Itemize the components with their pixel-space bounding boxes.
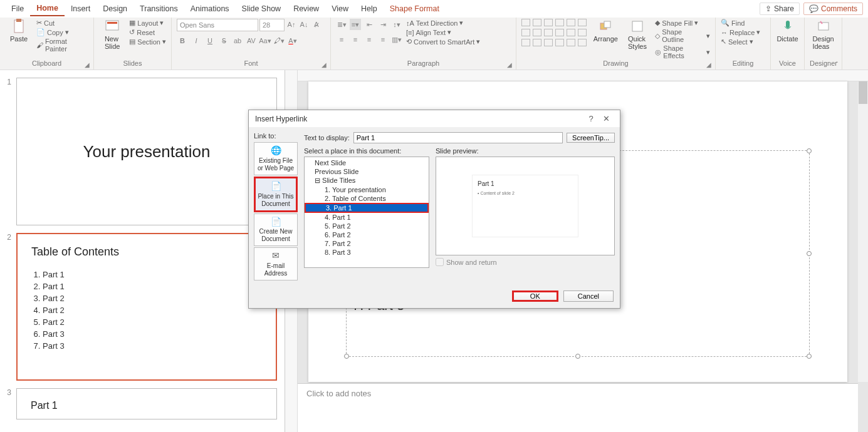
- bold-button[interactable]: B: [177, 35, 188, 46]
- slide-thumbnail-2[interactable]: Table of Contents Part 1 Part 1 Part 2 P…: [16, 233, 277, 381]
- linkto-email[interactable]: ✉E-mail Address: [254, 247, 298, 280]
- quick-styles-button[interactable]: Quick Styles: [624, 19, 652, 50]
- case-button[interactable]: Aa▾: [259, 35, 271, 46]
- slide-thumbnail-3[interactable]: Part 1: [16, 388, 277, 419]
- increase-font-button[interactable]: A↑: [286, 19, 297, 30]
- align-text-button[interactable]: [≡]Align Text ▾: [406, 28, 480, 36]
- align-center-button[interactable]: ≡: [350, 34, 361, 45]
- dialog-launcher-icon[interactable]: ◢: [322, 61, 327, 68]
- tab-view[interactable]: View: [325, 2, 355, 16]
- tab-slideshow[interactable]: Slide Show: [236, 2, 288, 16]
- tab-review[interactable]: Review: [287, 2, 325, 16]
- arrange-button[interactable]: Arrange: [592, 19, 620, 43]
- tree-slide-7[interactable]: 7. Part 2: [305, 239, 429, 248]
- section-button[interactable]: ▤Section ▾: [129, 38, 166, 46]
- tree-slide-4[interactable]: 4. Part 1: [305, 213, 429, 222]
- linkto-existing-file[interactable]: 🌐Existing File or Web Page: [254, 142, 298, 175]
- design-ideas-button[interactable]: Design Ideas: [810, 19, 837, 50]
- tab-shapeformat[interactable]: Shape Format: [384, 2, 446, 16]
- format-painter-button[interactable]: 🖌Format Painter: [36, 38, 88, 53]
- comments-button[interactable]: 💬Comments: [803, 3, 863, 15]
- font-color-button[interactable]: A▾: [287, 35, 298, 46]
- paste-button[interactable]: Paste: [5, 19, 33, 43]
- font-name-input[interactable]: [177, 19, 258, 31]
- bullets-button[interactable]: ≣▾: [336, 19, 347, 30]
- slide-2-title: Table of Contents: [31, 245, 262, 259]
- line-spacing-button[interactable]: ↕▾: [391, 19, 402, 30]
- screentip-button[interactable]: ScreenTip...: [567, 133, 615, 143]
- scrollbar-vertical[interactable]: [858, 81, 868, 382]
- clear-format-button[interactable]: A̷: [311, 19, 322, 30]
- tree-slide-titles[interactable]: ⊟ Slide Titles: [305, 176, 429, 185]
- columns-button[interactable]: ▥▾: [391, 34, 402, 45]
- tree-slide-6[interactable]: 6. Part 2: [305, 230, 429, 239]
- svg-rect-1: [16, 19, 21, 22]
- font-size-input[interactable]: [259, 19, 285, 31]
- place-tree[interactable]: Next Slide Previous Slide ⊟ Slide Titles…: [304, 157, 429, 268]
- tree-slide-2[interactable]: 2. Table of Contents: [305, 194, 429, 203]
- ok-button[interactable]: OK: [512, 291, 558, 302]
- tab-home[interactable]: Home: [30, 1, 65, 16]
- collapse-ribbon-icon[interactable]: ˆ: [836, 61, 838, 68]
- highlight-button[interactable]: 🖍▾: [273, 35, 285, 46]
- italic-button[interactable]: I: [191, 35, 202, 46]
- strike-button[interactable]: S̶: [218, 35, 229, 46]
- shape-effects-button[interactable]: ◎Shape Effects ▾: [655, 44, 710, 59]
- share-button[interactable]: ⇪Share: [760, 3, 800, 15]
- copy-icon: 📄: [36, 28, 45, 36]
- tab-animations[interactable]: Animations: [184, 2, 236, 16]
- replace-button[interactable]: ↔Replace ▾: [721, 28, 760, 36]
- text-direction-button[interactable]: ↕AText Direction ▾: [406, 19, 480, 27]
- dictate-button[interactable]: Dictate: [776, 19, 799, 43]
- dialog-launcher-icon[interactable]: ◢: [706, 61, 711, 68]
- preview-content: • Content of slide 2: [478, 191, 573, 195]
- tab-design[interactable]: Design: [97, 2, 133, 16]
- tab-help[interactable]: Help: [355, 2, 384, 16]
- select-button[interactable]: ↖Select ▾: [721, 38, 760, 46]
- find-button[interactable]: 🔍Find: [721, 19, 760, 27]
- help-icon[interactable]: ?: [583, 114, 599, 123]
- notes-pane[interactable]: Click to add notes: [298, 383, 858, 432]
- dialog-title: Insert Hyperlink: [255, 115, 583, 123]
- tab-transitions[interactable]: Transitions: [133, 2, 184, 16]
- dialog-launcher-icon[interactable]: ◢: [85, 61, 90, 68]
- tree-slide-8[interactable]: 8. Part 3: [305, 248, 429, 257]
- thumb-number: 1: [1, 78, 14, 225]
- text-to-display-input[interactable]: [353, 132, 563, 143]
- shape-fill-button[interactable]: ◆Shape Fill ▾: [655, 19, 710, 27]
- tree-prev-slide[interactable]: Previous Slide: [305, 167, 429, 176]
- new-slide-button[interactable]: New Slide: [99, 19, 125, 50]
- effects-icon: ◎: [655, 48, 661, 56]
- arrange-icon: [598, 19, 613, 34]
- spacing-button[interactable]: AV: [246, 35, 257, 46]
- numbering-button[interactable]: ≡▾: [350, 19, 361, 30]
- slide-thumbnail-1[interactable]: Your presentation: [16, 78, 277, 225]
- linkto-create-new[interactable]: 📄Create New Document: [254, 213, 298, 247]
- indent-inc-button[interactable]: ⇥: [377, 19, 389, 30]
- tab-file[interactable]: File: [5, 2, 30, 16]
- indent-dec-button[interactable]: ⇤: [363, 19, 375, 30]
- underline-button[interactable]: U: [204, 35, 216, 46]
- cancel-button[interactable]: Cancel: [563, 291, 614, 302]
- tree-slide-1[interactable]: 1. Your presentation: [305, 185, 429, 194]
- close-icon[interactable]: ✕: [599, 114, 614, 123]
- shape-outline-button[interactable]: ◇Shape Outline ▾: [655, 28, 710, 43]
- reset-button[interactable]: ↺Reset: [129, 28, 166, 36]
- tree-slide-3[interactable]: 3. Part 1: [305, 203, 429, 213]
- justify-button[interactable]: ≡: [377, 34, 389, 45]
- layout-button[interactable]: ▦Layout ▾: [129, 19, 166, 27]
- shadow-button[interactable]: ab: [232, 35, 243, 46]
- tree-slide-5[interactable]: 5. Part 2: [305, 222, 429, 230]
- dialog-launcher-icon[interactable]: ◢: [507, 61, 512, 68]
- smartart-button[interactable]: ⟲Convert to SmartArt ▾: [406, 38, 480, 46]
- align-right-button[interactable]: ≡: [363, 34, 375, 45]
- tab-insert[interactable]: Insert: [65, 2, 97, 16]
- linkto-place-in-doc[interactable]: 📄Place in This Document: [254, 177, 298, 212]
- copy-button[interactable]: 📄Copy ▾: [36, 28, 88, 36]
- cut-button[interactable]: ✂Cut: [36, 19, 88, 27]
- shapes-gallery[interactable]: [521, 19, 588, 48]
- decrease-font-button[interactable]: A↓: [298, 19, 310, 30]
- tree-next-slide[interactable]: Next Slide: [305, 158, 429, 167]
- align-left-button[interactable]: ≡: [336, 34, 347, 45]
- fill-icon: ◆: [655, 19, 660, 27]
